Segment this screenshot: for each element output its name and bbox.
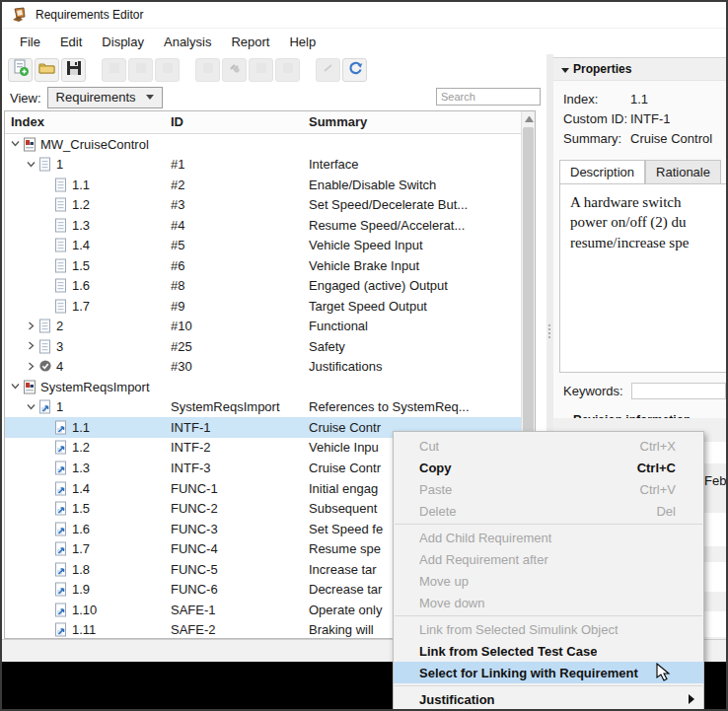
table-row[interactable]: 1.2#3Set Speed/Decelerate But...	[5, 195, 522, 216]
expander-open-icon[interactable]	[11, 382, 21, 391]
keywords-label: Keywords:	[563, 384, 623, 398]
row-summary: Set Speed/Decelerate But...	[309, 197, 468, 212]
ref-icon	[54, 440, 68, 455]
open-folder-button[interactable]	[35, 58, 59, 82]
menu-display[interactable]: Display	[94, 32, 152, 52]
menu-item-link-from-selected-test-case[interactable]: Link from Selected Test Case	[394, 640, 703, 662]
refresh-button[interactable]	[342, 58, 367, 82]
doc-icon	[54, 299, 68, 314]
row-summary: Target Speed Output	[309, 299, 427, 314]
no-expander	[42, 241, 52, 250]
menu-file[interactable]: File	[12, 32, 48, 52]
row-summary: Vehicle Inpu	[309, 440, 379, 455]
menu-item-copy[interactable]: CopyCtrl+C	[394, 457, 703, 478]
no-expander	[42, 463, 52, 473]
no-expander	[42, 443, 52, 453]
description-textarea[interactable]: A hardware switchpower on/off (2) duresu…	[559, 183, 728, 373]
row-index: 1.2	[72, 197, 90, 212]
row-index: 1.3	[72, 218, 90, 233]
menu-item-label: Justification	[419, 692, 495, 707]
window-title: Requirements Editor	[36, 8, 143, 22]
menu-report[interactable]: Report	[223, 32, 277, 52]
expander-closed-icon[interactable]	[27, 362, 36, 372]
column-header-id[interactable]: ID	[171, 114, 183, 129]
table-row[interactable]: MW_CruiseControl	[5, 134, 522, 155]
table-row[interactable]: 1.4#5Vehicle Speed Input	[5, 236, 522, 256]
menu-item-label: Move down	[419, 596, 484, 610]
row-index: 1.3	[72, 461, 90, 475]
row-summary: Operate only	[309, 603, 382, 617]
table-row[interactable]: 4#30Justifications	[5, 357, 522, 378]
properties-header[interactable]: Properties	[553, 57, 726, 81]
row-index: 1	[56, 399, 63, 414]
menu-item-label: Delete	[419, 504, 457, 519]
menu-item-label: Add Requirement after	[419, 552, 548, 567]
column-header-index[interactable]: Index	[11, 114, 44, 129]
menu-item-add-requirement-after: Add Requirement after	[394, 548, 703, 570]
row-index: 1.1	[72, 178, 90, 192]
menu-item-shortcut: Ctrl+C	[637, 461, 676, 475]
table-row[interactable]: 2#10Functional	[5, 317, 522, 337]
expander-closed-icon[interactable]	[27, 321, 36, 331]
row-summary: Resume spe	[309, 541, 381, 556]
menu-separator	[395, 524, 702, 525]
row-index: 1.4	[72, 481, 90, 496]
row-summary: Increase tar	[309, 562, 377, 577]
table-row[interactable]: 3#25Safety	[5, 336, 522, 357]
row-id: #4	[171, 218, 184, 233]
ref-icon	[54, 603, 68, 617]
tab-rationale[interactable]: Rationale	[645, 160, 721, 183]
view-dropdown[interactable]: Requirements	[47, 87, 163, 108]
row-index: 1.10	[72, 603, 97, 617]
row-id: INTF-3	[171, 461, 210, 475]
keywords-input[interactable]	[631, 383, 726, 399]
table-row[interactable]: 1#1Interface	[5, 155, 522, 176]
menu-item-label: Link from Selected Test Case	[419, 644, 597, 659]
table-row[interactable]: 1.1#2Enable/Disable Switch	[5, 175, 522, 195]
table-row[interactable]: 1.7#9Target Speed Output	[5, 296, 522, 317]
table-row[interactable]: 1.6#8Engaged (active) Output	[5, 276, 522, 297]
column-header-summary[interactable]: Summary	[309, 114, 367, 129]
expander-open-icon[interactable]	[27, 402, 36, 412]
table-row[interactable]: 1.3#4Resume Speed/Accelerat...	[5, 215, 522, 236]
menu-item-justification[interactable]: Justification	[394, 688, 703, 710]
scroll-up-icon[interactable]	[525, 113, 534, 122]
app-icon	[11, 7, 28, 23]
view-label: View:	[10, 91, 41, 106]
row-index: 1.11	[72, 622, 96, 637]
row-index: MW_CruiseControl	[40, 137, 149, 152]
tab-description[interactable]: Description	[559, 160, 645, 183]
row-index: 2	[56, 319, 63, 333]
no-expander	[42, 585, 52, 595]
ref-icon	[54, 481, 68, 496]
row-id: SystemReqsImport	[171, 399, 280, 414]
row-id: #5	[171, 238, 184, 252]
blank-icon	[202, 62, 214, 77]
row-summary: Safety	[309, 339, 345, 354]
expander-open-icon[interactable]	[11, 139, 21, 149]
no-expander	[42, 281, 52, 291]
table-row[interactable]: 1.5#6Vehicle Brake Input	[5, 255, 522, 276]
slash-icon	[323, 62, 334, 77]
table-row[interactable]: 1SystemReqsImportReferences to SystemReq…	[5, 397, 522, 418]
blank-icon	[109, 62, 120, 77]
new-req-set-button[interactable]	[8, 58, 33, 82]
row-index: 3	[56, 339, 63, 354]
save-button[interactable]	[61, 58, 86, 82]
ref-icon	[54, 582, 68, 597]
table-row[interactable]: SystemReqsImport	[5, 377, 522, 397]
mouse-cursor-icon	[656, 663, 673, 685]
menu-help[interactable]: Help	[281, 32, 324, 52]
expander-closed-icon[interactable]	[27, 341, 36, 351]
row-summary: Enable/Disable Switch	[309, 178, 436, 192]
expander-open-icon[interactable]	[27, 160, 36, 170]
menu-edit[interactable]: Edit	[52, 32, 90, 52]
menu-analysis[interactable]: Analysis	[156, 32, 219, 52]
row-id: FUNC-3	[171, 522, 218, 536]
menu-item-move-up: Move up	[394, 570, 703, 592]
property-field: Index:1.1	[563, 89, 726, 108]
description-line: A hardware switch	[570, 192, 726, 212]
blank-icon	[255, 62, 267, 77]
ref-icon	[54, 461, 68, 475]
search-input[interactable]	[436, 88, 541, 106]
